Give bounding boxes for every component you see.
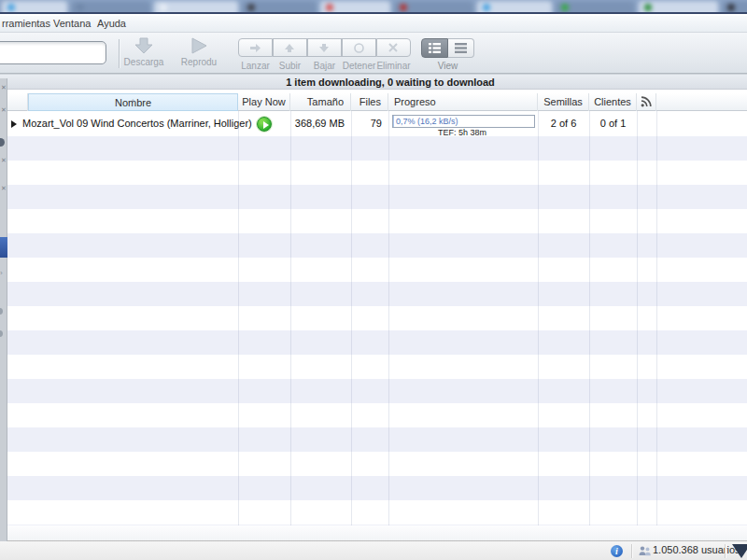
stop-button[interactable]: Detener xyxy=(342,38,376,71)
progress-fill xyxy=(393,116,394,127)
move-down-label: Bajar xyxy=(314,61,335,71)
column-divider xyxy=(637,111,638,525)
column-header-size-label: Tamaño xyxy=(290,93,350,111)
app-logo-icon[interactable] xyxy=(732,544,747,558)
column-header-seeds[interactable]: Semillas xyxy=(538,93,589,111)
statusbar-separator xyxy=(631,544,632,558)
toolbar-search-input[interactable] xyxy=(0,41,106,64)
column-divider xyxy=(589,111,590,525)
column-header-play-now[interactable]: Play Now xyxy=(238,93,290,111)
torrent-action-group: Lanzar Subir Bajar Detener Elimi xyxy=(238,38,411,71)
background-tab xyxy=(154,1,238,14)
column-header-progress-label: Progreso xyxy=(388,93,537,111)
status-bar: i 1.050.368 usuarios xyxy=(0,540,747,560)
remove-icon xyxy=(388,43,398,52)
sidebar-close-icon[interactable]: ✕ xyxy=(1,185,7,191)
info-icon[interactable]: i xyxy=(611,545,623,557)
background-tab xyxy=(477,1,552,14)
column-divider xyxy=(290,111,291,525)
background-tab xyxy=(639,1,718,14)
column-header-files[interactable]: Files xyxy=(351,93,388,111)
play-button-label: Reprodu xyxy=(181,57,217,67)
sidebar-close-icon[interactable]: ✕ xyxy=(1,157,7,163)
remove-button[interactable]: Eliminar xyxy=(376,38,411,71)
play-icon xyxy=(190,37,208,54)
torrent-files-count: 79 xyxy=(344,111,382,136)
table-footer-area xyxy=(7,525,747,540)
download-status-text: 1 item downloading, 0 waiting to downloa… xyxy=(286,77,495,88)
torrent-name: Mozart_Vol 09 Wind Concertos (Marriner, … xyxy=(22,111,252,136)
stop-icon xyxy=(354,43,364,53)
download-status-ribbon: 1 item downloading, 0 waiting to downloa… xyxy=(0,74,747,90)
background-tab xyxy=(242,1,317,14)
column-header-name[interactable]: ^ Nombre xyxy=(28,93,238,111)
launch-icon xyxy=(250,44,261,52)
move-up-label: Subir xyxy=(279,61,301,71)
rss-icon xyxy=(641,96,652,107)
expand-arrow-icon[interactable] xyxy=(11,120,17,128)
sidebar-close-icon[interactable]: ✕ xyxy=(1,106,7,113)
column-header-rss[interactable] xyxy=(637,93,656,111)
download-button[interactable]: Descarga xyxy=(116,37,172,67)
sidebar-bullet-icon[interactable] xyxy=(0,138,5,147)
column-divider xyxy=(351,111,352,525)
table-header: ^ Nombre Play Now Tamaño Files Progreso … xyxy=(0,93,747,111)
background-tab xyxy=(320,1,390,14)
download-icon xyxy=(134,37,153,54)
sidebar-selected-item[interactable] xyxy=(0,237,7,258)
progress-text: 0,7% (16,2 kB/s) xyxy=(396,117,458,126)
download-button-label: Descarga xyxy=(124,57,164,67)
column-header-size[interactable]: Tamaño xyxy=(290,93,351,111)
background-tab xyxy=(722,1,747,14)
play-now-icon[interactable] xyxy=(257,117,272,132)
remove-label: Eliminar xyxy=(376,61,410,71)
column-divider xyxy=(656,111,657,525)
view-detail-list-button[interactable] xyxy=(421,38,448,58)
menu-bar: rramientas Ventana Ayuda xyxy=(0,16,747,33)
column-header-progress[interactable]: Progreso xyxy=(388,93,538,111)
background-tab xyxy=(2,1,67,14)
sidebar-strip: ✕ ✕ ✕ ✕ › xyxy=(0,78,7,541)
play-button[interactable]: Reprodu xyxy=(174,37,224,67)
background-tab xyxy=(71,1,150,14)
sidebar-chevron-icon[interactable]: › xyxy=(0,269,3,277)
users-count: 1.050.368 usuarios xyxy=(653,544,740,555)
column-header-filler xyxy=(656,93,747,111)
sidebar-bullet-icon[interactable] xyxy=(0,330,3,337)
menu-herramientas[interactable]: rramientas xyxy=(2,18,50,29)
sidebar-bullet-icon[interactable] xyxy=(0,308,3,315)
torrent-size: 368,69 MB xyxy=(290,111,345,136)
sidebar-close-icon[interactable]: ✕ xyxy=(1,84,7,91)
background-tab-row xyxy=(0,0,747,14)
torrent-peers: 0 of 1 xyxy=(589,111,637,136)
column-divider xyxy=(238,111,239,525)
column-header-seeds-label: Semillas xyxy=(538,93,588,111)
column-header-peers-label: Clientes xyxy=(589,93,636,111)
view-rows-button[interactable] xyxy=(448,38,474,58)
view-toggle-label: View xyxy=(438,61,458,71)
stop-label: Detener xyxy=(343,61,376,71)
app-window: rramientas Ventana Ayuda Descarga Reprod… xyxy=(0,0,747,560)
background-tab xyxy=(556,1,635,14)
torrent-seeds: 2 of 6 xyxy=(538,111,589,136)
up-arrow-icon xyxy=(285,44,294,52)
column-header-peers[interactable]: Clientes xyxy=(589,93,637,111)
view-toggle: View xyxy=(421,38,474,71)
launch-button[interactable]: Lanzar xyxy=(238,38,273,71)
users-icon xyxy=(639,546,651,556)
progress-bar: 0,7% (16,2 kB/s) xyxy=(392,115,535,128)
menu-ayuda[interactable]: Ayuda xyxy=(97,18,126,29)
toolbar: Descarga Reprodu Lanzar Subir xyxy=(0,33,747,74)
move-down-button[interactable]: Bajar xyxy=(307,38,342,71)
column-header-expand[interactable] xyxy=(7,93,28,111)
sort-caret-icon: ^ xyxy=(132,93,135,110)
column-divider xyxy=(538,111,539,525)
column-header-files-label: Files xyxy=(351,93,388,111)
menu-ventana[interactable]: Ventana xyxy=(53,18,91,29)
down-arrow-icon xyxy=(319,44,329,52)
background-browser-tabs xyxy=(0,0,747,14)
column-divider xyxy=(388,111,389,525)
view-detail-list-icon xyxy=(429,43,441,53)
move-up-button[interactable]: Subir xyxy=(273,38,307,71)
view-rows-icon xyxy=(455,43,467,53)
